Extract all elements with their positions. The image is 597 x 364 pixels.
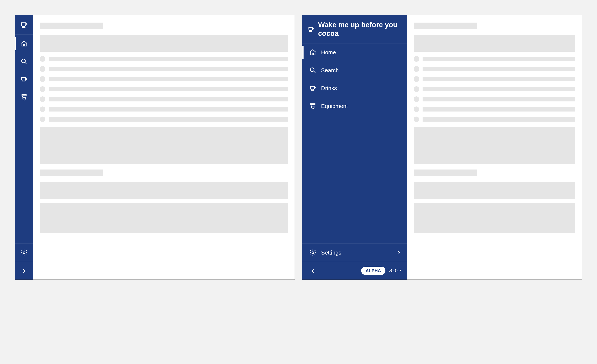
svg-point-3 — [312, 252, 314, 254]
sidenav-item-settings[interactable] — [15, 244, 33, 262]
sidenav-item-equipment[interactable]: Equipment — [302, 97, 407, 115]
content-area — [33, 15, 295, 279]
sidenav-item-label: Search — [321, 67, 339, 73]
placeholder-list-row — [40, 56, 288, 62]
sidenav-toggle-row: ALPHA v0.0.7 — [302, 262, 407, 279]
sidenav-toggle-row — [15, 262, 33, 279]
sidenav-item-settings[interactable]: Settings — [302, 244, 407, 262]
placeholder-list-row — [40, 66, 288, 72]
sidenav-item-home[interactable]: Home — [15, 35, 33, 53]
placeholder-list-row — [414, 76, 575, 82]
sidenav-collapsed: Home Search Drinks Equipment — [15, 15, 33, 279]
sidenav-item-search[interactable]: Search — [302, 61, 407, 79]
placeholder-list-row — [40, 96, 288, 102]
cup-icon — [309, 85, 317, 92]
gear-icon — [20, 249, 28, 256]
coffeemaker-icon — [20, 94, 28, 101]
placeholder-block — [414, 203, 575, 233]
placeholder-list-row — [414, 66, 575, 72]
app-logo-cup-icon — [308, 25, 314, 33]
sidenav-item-drinks[interactable]: Drinks — [15, 70, 33, 88]
placeholder-block — [414, 127, 575, 164]
chevron-right-icon[interactable] — [20, 267, 28, 274]
sidenav-item-label: Home — [321, 49, 336, 55]
placeholder-list-row — [40, 86, 288, 92]
placeholder-title — [40, 170, 103, 176]
placeholder-list-row — [414, 107, 575, 112]
search-icon — [309, 67, 317, 74]
home-icon — [20, 40, 28, 47]
sidenav-header: Wake me up before you cocoa — [302, 15, 407, 43]
placeholder-list-row — [40, 116, 288, 122]
placeholder-banner — [40, 35, 288, 52]
placeholder-banner — [414, 182, 575, 199]
placeholder-title — [414, 170, 477, 176]
placeholder-list-row — [414, 96, 575, 102]
app-window-expanded: Wake me up before you cocoa Home Search … — [302, 15, 582, 280]
app-logo-cup-icon — [20, 21, 28, 29]
placeholder-list-row — [40, 76, 288, 82]
home-icon — [309, 49, 317, 56]
search-icon — [20, 58, 28, 65]
sidenav-footer — [15, 244, 33, 279]
sidenav-item-label: Settings — [321, 249, 341, 256]
sidenav-item-label: Drinks — [321, 85, 337, 91]
placeholder-title — [414, 23, 477, 29]
svg-point-0 — [22, 59, 25, 63]
cup-icon — [20, 76, 28, 83]
sidenav-items: Home Search Drinks Equipment — [302, 43, 407, 244]
placeholder-title — [40, 23, 103, 29]
chevron-right-icon — [396, 250, 402, 255]
svg-point-1 — [23, 252, 25, 254]
placeholder-block — [40, 203, 288, 233]
gear-icon — [309, 249, 317, 256]
coffeemaker-icon — [309, 102, 317, 110]
sidenav-item-home[interactable]: Home — [302, 43, 407, 61]
sidenav-item-equipment[interactable]: Equipment — [15, 88, 33, 106]
sidenav-footer: Settings ALPHA v0.0.7 — [302, 244, 407, 279]
sidenav-item-drinks[interactable]: Drinks — [302, 79, 407, 97]
app-title: Wake me up before you cocoa — [318, 21, 402, 38]
chevron-left-icon[interactable] — [309, 267, 317, 274]
app-window-collapsed: Home Search Drinks Equipment — [15, 15, 295, 280]
sidenav-header — [15, 15, 33, 35]
version-badge: ALPHA — [361, 267, 386, 275]
sidenav-item-search[interactable]: Search — [15, 53, 33, 70]
version-text: v0.0.7 — [388, 268, 402, 274]
placeholder-list-row — [40, 107, 288, 112]
placeholder-list-row — [414, 116, 575, 122]
placeholder-block — [40, 127, 288, 164]
content-area — [407, 15, 582, 279]
svg-point-2 — [310, 68, 314, 72]
placeholder-list-row — [414, 56, 575, 62]
placeholder-list-row — [414, 86, 575, 92]
placeholder-banner — [414, 35, 575, 52]
sidenav-expanded: Wake me up before you cocoa Home Search … — [302, 15, 407, 279]
placeholder-banner — [40, 182, 288, 199]
sidenav-items: Home Search Drinks Equipment — [15, 35, 33, 244]
sidenav-item-label: Equipment — [321, 103, 348, 109]
